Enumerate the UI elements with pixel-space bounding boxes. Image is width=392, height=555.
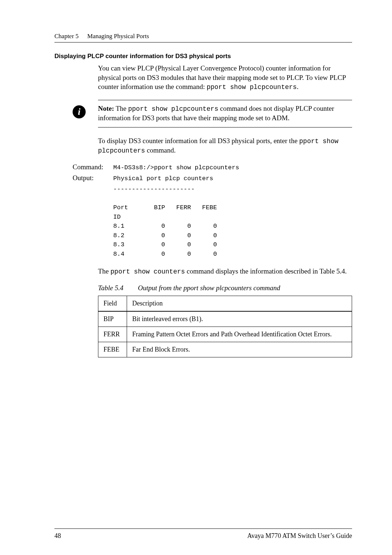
output-table: Field Description BIPBit interleaved err…: [98, 296, 352, 357]
para3-ref: Table 5.4: [319, 267, 345, 275]
command-line: M4-DS3s8:/>pport show plcpcounters: [113, 163, 239, 173]
table-row: 8.1 0 0 0: [113, 222, 352, 231]
table-row: 8.3 0 0 0: [113, 240, 352, 250]
cell-desc: Framing Pattern Octet Errors and Path Ov…: [127, 327, 352, 342]
paragraph-3: The pport show counters command displays…: [98, 267, 352, 276]
command-output-block: Command: M4-DS3s8:/>pport show plcpcount…: [73, 163, 352, 259]
para3-post: .: [345, 267, 347, 275]
guide-title: Avaya M770 ATM Switch User’s Guide: [247, 532, 352, 540]
note-text: Note: The pport show plcpcounters comman…: [98, 104, 352, 123]
chapter-header: Chapter 5 Managing Physical Ports: [54, 33, 352, 42]
para2-post: command.: [145, 146, 176, 154]
table-row: 8.2 0 0 0: [113, 231, 352, 240]
para3-mid: command displays the information describ…: [185, 267, 320, 275]
info-icon-wrap: i: [73, 105, 86, 118]
para3-pre: The: [98, 267, 110, 275]
para1-post: .: [297, 83, 299, 90]
cell-desc: Far End Block Errors.: [127, 342, 352, 357]
table-number: Table 5.4: [98, 284, 123, 292]
note-code: pport show plcpcounters: [128, 105, 218, 113]
note-pre: The: [114, 105, 128, 112]
info-icon: i: [73, 105, 86, 118]
output-blank: [113, 194, 352, 203]
chapter-number: Chapter 5: [54, 33, 79, 40]
note-label: Note:: [98, 105, 114, 112]
cell-field: FEBE: [98, 342, 127, 357]
output-id-row: ID: [113, 212, 352, 222]
table-row: BIPBit interleaved errors (B1).: [98, 311, 352, 327]
paragraph-2: To display DS3 counter information for a…: [98, 136, 352, 155]
para1-code: pport show plcpcounters: [207, 84, 297, 91]
cell-desc: Bit interleaved errors (B1).: [127, 311, 352, 327]
output-label: Output:: [73, 174, 113, 182]
page-number: 48: [54, 532, 61, 540]
command-label: Command:: [73, 163, 113, 171]
table-row: FEBEFar End Block Errors.: [98, 342, 352, 357]
para2-pre: To display DS3 counter information for a…: [98, 137, 299, 145]
th-desc: Description: [127, 296, 352, 312]
section-title: Displaying PLCP counter information for …: [54, 53, 352, 60]
cell-field: FERR: [98, 327, 127, 342]
cell-field: BIP: [98, 311, 127, 327]
para3-code: pport show counters: [110, 268, 185, 275]
table-caption-text: Output from the pport show plcpcounters …: [138, 284, 280, 292]
page-footer: 48 Avaya M770 ATM Switch User’s Guide: [54, 532, 352, 540]
table-caption: Table 5.4 Output from the pport show plc…: [98, 284, 352, 292]
table-row: 8.4 0 0 0: [113, 250, 352, 259]
output-columns: Port BIP FERR FEBE: [113, 203, 352, 212]
output-header: Physical port plcp counters: [113, 174, 213, 183]
output-divider: ----------------------: [113, 185, 352, 194]
intro-paragraph: You can view PLCP (Physical Layer Conver…: [98, 64, 352, 92]
chapter-title: Managing Physical Ports: [87, 33, 149, 40]
footer-rule: [54, 528, 352, 529]
th-field: Field: [98, 296, 127, 312]
note-block: i Note: The pport show plcpcounters comm…: [98, 100, 352, 127]
table-row: FERRFraming Pattern Octet Errors and Pat…: [98, 327, 352, 342]
